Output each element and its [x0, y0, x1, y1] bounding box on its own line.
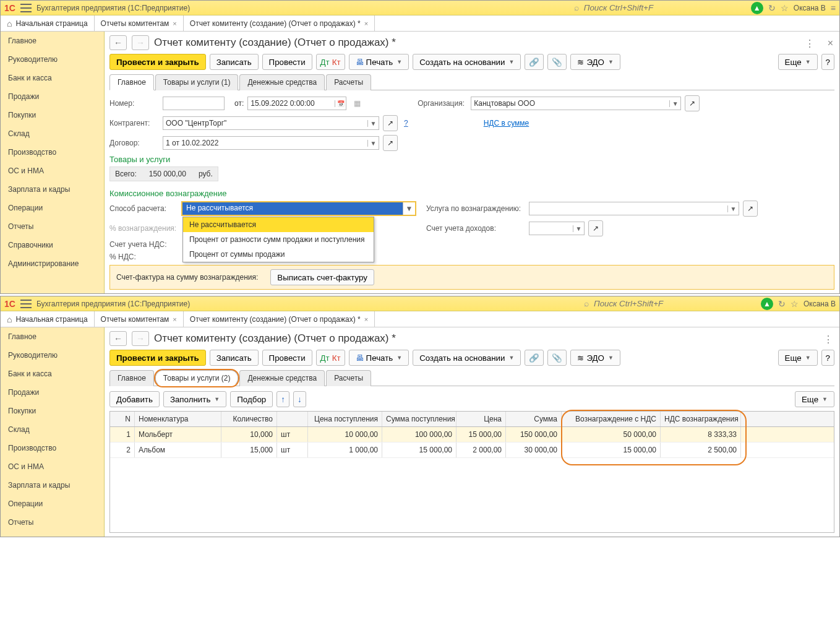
sidebar-item[interactable]: Зарплата и кадры [1, 476, 104, 495]
more-button[interactable]: Еще▼ [795, 391, 834, 407]
chevron-down-icon[interactable]: ▼ [367, 140, 379, 147]
pick-button[interactable]: Подбор [230, 391, 273, 407]
dtkt-button[interactable]: ДтКт [316, 350, 345, 366]
open-button[interactable]: ↗ [743, 201, 758, 217]
sidebar-item[interactable]: Руководителю [1, 50, 104, 69]
tab-reports[interactable]: Отчеты комитентам× [95, 15, 184, 31]
star-icon[interactable]: ☆ [781, 3, 789, 13]
link-button[interactable]: 🔗 [525, 54, 544, 70]
open-button[interactable]: ↗ [383, 115, 398, 131]
tab-main[interactable]: Главное [109, 74, 154, 90]
nav-forward[interactable]: → [132, 35, 149, 50]
close-icon[interactable]: × [828, 38, 833, 49]
sidebar-item[interactable]: Банк и касса [1, 365, 104, 383]
move-up-button[interactable]: ↑ [276, 391, 289, 407]
sidebar-item[interactable]: Продажи [1, 383, 104, 402]
sidebar-item[interactable]: Продажи [1, 87, 104, 106]
close-icon[interactable]: × [364, 20, 368, 27]
col-vat[interactable]: НДС вознаграждения [661, 412, 741, 426]
sidebar-item[interactable]: Зарплата и кадры [1, 180, 104, 199]
bell-icon[interactable]: ▲ [761, 298, 773, 310]
search-input[interactable] [583, 298, 756, 309]
close-icon[interactable]: × [173, 20, 176, 27]
more-button[interactable]: Еще▼ [778, 350, 818, 366]
post-close-button[interactable]: Провести и закрыть [109, 350, 206, 366]
sidebar-item[interactable]: Банк и касса [1, 69, 104, 87]
print-button[interactable]: 🖶Печать▼ [349, 350, 409, 366]
tab-report-create[interactable]: Отчет комитенту (создание) (Отчет о прод… [184, 311, 375, 327]
col-unit[interactable] [277, 412, 308, 426]
sidebar-item[interactable]: Склад [1, 420, 104, 439]
col-sum[interactable]: Сумма [506, 412, 562, 426]
table-row[interactable]: 2 Альбом 15,000 шт 1 000,00 15 000,00 2 … [110, 443, 834, 458]
sidebar-item[interactable]: Операции [1, 495, 104, 513]
print-button[interactable]: 🖶Печать▼ [349, 54, 409, 70]
edo-button[interactable]: ≋ЭДО▼ [570, 54, 620, 70]
create-based-button[interactable]: Создать на основании▼ [413, 54, 521, 70]
help-button[interactable]: ? [821, 54, 834, 70]
attach-button[interactable]: 📎 [547, 54, 567, 70]
history-icon[interactable]: ↻ [768, 3, 776, 13]
kebab-icon[interactable]: ⋮ [805, 38, 815, 50]
sidebar-item[interactable]: Главное [1, 327, 104, 346]
post-button[interactable]: Провести [262, 54, 312, 70]
sidebar-item[interactable]: Справочники [1, 236, 104, 254]
search-input[interactable] [573, 2, 746, 14]
tab-home[interactable]: Начальная страница [1, 15, 95, 31]
sidebar-item[interactable]: Операции [1, 199, 104, 217]
star-icon[interactable]: ☆ [791, 299, 799, 309]
table-row[interactable]: 1 Мольберт 10,000 шт 10 000,00 100 000,0… [110, 427, 834, 443]
post-close-button[interactable]: Провести и закрыть [109, 54, 206, 70]
tab-money[interactable]: Денежные средства [239, 370, 325, 386]
tab-money[interactable]: Денежные средства [239, 74, 325, 90]
chevron-down-icon[interactable]: ▼ [403, 202, 415, 215]
chevron-down-icon[interactable]: ▼ [367, 120, 379, 127]
sidebar-item[interactable]: Покупки [1, 402, 104, 420]
method-combo[interactable]: Не рассчитывается ▼ [181, 201, 416, 216]
sidebar-item[interactable]: ОС и НМА [1, 457, 104, 476]
close-icon[interactable]: × [364, 316, 368, 323]
contr-input[interactable]: ООО "ЦентрТорг" ▼ [163, 116, 379, 130]
history-icon[interactable]: ↻ [778, 299, 786, 309]
chevron-down-icon[interactable]: ▼ [669, 100, 680, 107]
more-button[interactable]: Еще▼ [778, 54, 818, 70]
option-item[interactable]: Не рассчитывается [183, 217, 374, 232]
fill-button[interactable]: Заполнить▼ [163, 391, 226, 407]
contract-input[interactable]: 1 от 10.02.2022 ▼ [163, 136, 379, 150]
dtkt-button[interactable]: ДтКт [316, 54, 345, 70]
option-item[interactable]: Процент от суммы продажи [183, 247, 374, 262]
sidebar-item[interactable]: Главное [1, 32, 104, 50]
kebab-icon[interactable]: ⋮ [823, 334, 833, 345]
tab-report-create[interactable]: Отчет комитенту (создание) (Отчет о прод… [184, 15, 375, 31]
add-button[interactable]: Добавить [109, 391, 160, 407]
move-down-button[interactable]: ↓ [293, 391, 306, 407]
date-input[interactable]: 15.09.2022 0:00:00 📅 [247, 97, 346, 110]
close-icon[interactable]: × [173, 316, 176, 323]
col-n[interactable]: N [110, 412, 135, 426]
tab-goods[interactable]: Товары и услуги (1) [155, 74, 239, 90]
save-button[interactable]: Записать [210, 54, 259, 70]
col-fee[interactable]: Вознаграждение с НДС [562, 412, 661, 426]
vat-link[interactable]: НДС в сумме [484, 119, 529, 127]
open-button[interactable]: ↗ [588, 220, 603, 236]
save-button[interactable]: Записать [210, 350, 259, 366]
edo-button[interactable]: ≋ЭДО▼ [570, 350, 620, 366]
income-acc-input[interactable]: ▼ [529, 222, 585, 235]
col-qty[interactable]: Количество [221, 412, 277, 426]
settings-icon[interactable]: ≡ [831, 3, 836, 13]
open-button[interactable]: ↗ [383, 135, 398, 151]
tab-reports[interactable]: Отчеты комитентам× [95, 311, 184, 327]
create-based-button[interactable]: Создать на основании▼ [413, 350, 521, 366]
write-invoice-button[interactable]: Выписать счет-фактуру [270, 269, 374, 285]
sidebar-item[interactable]: Руководителю [1, 346, 104, 365]
sidebar-item[interactable]: Отчеты [1, 217, 104, 236]
tab-calc[interactable]: Расчеты [326, 370, 371, 386]
menu-icon[interactable] [20, 4, 32, 12]
tab-home[interactable]: Начальная страница [1, 311, 95, 327]
menu-icon[interactable] [20, 300, 32, 308]
tab-calc[interactable]: Расчеты [326, 74, 371, 90]
number-input[interactable] [163, 97, 225, 110]
org-input[interactable]: Канцтовары ООО ▼ [471, 97, 681, 110]
open-button[interactable]: ↗ [685, 95, 700, 111]
sidebar-item[interactable]: Отчеты [1, 513, 104, 532]
